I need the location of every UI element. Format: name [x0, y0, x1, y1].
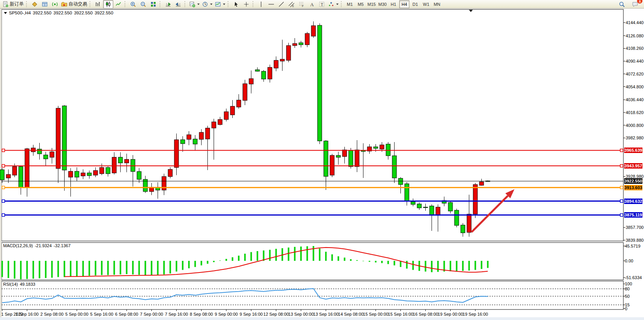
signal-icon: [52, 1, 58, 7]
shapes-button[interactable]: [327, 0, 340, 9]
chat-button[interactable]: 1: [630, 0, 640, 9]
cursor-icon: [233, 1, 239, 7]
indicator-icon: [189, 1, 195, 7]
main-plot-frame: [2, 9, 623, 241]
timeframe-m15-button[interactable]: M15: [367, 0, 377, 8]
rsi-plot-frame: [2, 281, 623, 309]
toolbar-separator: [341, 1, 343, 7]
time-axis-label: 6 Sep 08:00: [115, 312, 138, 316]
autoscroll-anchor-icon[interactable]: [469, 10, 473, 12]
indicators-button[interactable]: [188, 0, 201, 9]
time-axis-label: 5 Sep 16:00: [90, 312, 113, 316]
time-axis-label: 15 Sep 00:00: [363, 312, 388, 316]
time-axis-label: 13 Sep 16:00: [313, 312, 339, 316]
period-button[interactable]: [201, 0, 214, 9]
clock-icon: [202, 1, 208, 7]
chart-canvas[interactable]: [0, 0, 644, 320]
zoom-out-button[interactable]: [138, 0, 148, 9]
tile-windows-button[interactable]: [148, 0, 158, 9]
dropdown-caret-icon: [210, 4, 212, 5]
template-icon: [215, 1, 221, 7]
time-axis-label: 14 Sep 08:00: [338, 312, 363, 316]
text-button[interactable]: A: [307, 0, 317, 9]
zoom-in-button[interactable]: [128, 0, 138, 9]
timeframe-d1-button[interactable]: D1: [410, 0, 420, 8]
svg-text:E: E: [292, 5, 294, 7]
fibo-icon: F: [298, 1, 305, 7]
new-order-button-label: 新订单: [10, 1, 24, 7]
fibonacci-button[interactable]: F: [297, 0, 307, 9]
timeframe-mn-button[interactable]: MN: [432, 0, 442, 8]
line-chart-button[interactable]: [113, 0, 123, 9]
auto-scroll-button[interactable]: [163, 0, 173, 9]
macd-signal-value: -32.1367: [54, 243, 70, 248]
rsi-axis-label: 50: [625, 294, 630, 299]
crosshair-button[interactable]: [241, 0, 251, 9]
zoom-in-icon: [130, 1, 136, 7]
chartshift-icon: [175, 1, 181, 7]
rsi-name: RSI(14): [3, 282, 18, 287]
auto-trading-button[interactable]: 自动交易: [60, 0, 88, 9]
rsi-indicator-label: RSI(14) 49.1833: [3, 282, 35, 287]
time-axis-label: 5 Sep 00:00: [65, 312, 88, 316]
timeframe-m5-button[interactable]: M5: [356, 0, 366, 8]
rsi-axis-label: 0: [625, 306, 627, 311]
time-axis-label: 19 Sep 16:00: [463, 312, 488, 316]
rsi-axis-label: 80: [625, 287, 630, 291]
price-tick-label: 4000.800: [626, 123, 644, 128]
textA-icon: A: [309, 1, 315, 7]
timeframe-h4-button[interactable]: H4: [399, 0, 409, 8]
time-axis-label: 13 Sep 00:00: [288, 312, 314, 316]
channel-button[interactable]: E: [286, 0, 297, 9]
quote-open: 3922.550: [33, 11, 51, 15]
toolbar-separator: [253, 1, 254, 7]
price-tick-label: 4126.080: [626, 33, 644, 38]
price-tick-label: 3982.980: [626, 135, 644, 140]
shapes-icon: [328, 1, 334, 7]
time-axis-label: 8 Sep 08:00: [190, 312, 213, 316]
toolbar-separator: [26, 1, 28, 7]
channel-icon: E: [288, 1, 295, 7]
timeframe-h1-button[interactable]: H1: [388, 0, 398, 8]
window-left-edge: [0, 9, 2, 320]
label-button[interactable]: T: [317, 0, 327, 9]
data-window-button[interactable]: [40, 0, 50, 9]
price-line-badge: 3913.603: [624, 185, 642, 190]
template-button[interactable]: [214, 0, 226, 9]
hline-icon: [268, 1, 274, 7]
timeframe-m30-button[interactable]: M30: [377, 0, 388, 8]
price-tick-label: 3839.880: [626, 238, 644, 243]
trendline-button[interactable]: [276, 0, 286, 9]
svg-text:A: A: [310, 2, 314, 7]
notification-badge: 1: [637, 0, 642, 4]
new-order-button[interactable]: 新订单: [1, 0, 25, 9]
hline-button[interactable]: [266, 0, 276, 9]
macd-axis-label: 0.00: [625, 258, 633, 263]
timeframe-w1-button[interactable]: W1: [421, 0, 431, 8]
rsi-value: 49.1833: [20, 282, 35, 287]
crosshair-icon: [243, 1, 249, 7]
price-tick-label: 4108.260: [626, 46, 644, 51]
candlestick-chart-button[interactable]: [103, 0, 113, 9]
macd-axis-label: 45.5719: [625, 244, 640, 248]
bars-icon: [95, 1, 101, 7]
bar-chart-button[interactable]: [93, 0, 103, 9]
quote-high: 3922.550: [53, 11, 72, 15]
svg-text:F: F: [302, 5, 304, 7]
vline-button[interactable]: [256, 0, 266, 9]
signals-button[interactable]: [50, 0, 60, 9]
textT-icon: T: [319, 1, 325, 7]
price-line-badge: 3894.632: [624, 199, 642, 204]
time-axis-label: 7 Sep 16:00: [165, 312, 188, 316]
market-watch-button[interactable]: [30, 0, 40, 9]
price-tick-label: 4144.440: [626, 20, 644, 25]
chart-shift-button[interactable]: [173, 0, 183, 9]
search-button[interactable]: [617, 0, 627, 9]
price-tick-label: 4072.620: [626, 72, 644, 76]
toolbar-separator: [89, 1, 91, 7]
symbol-dropdown-icon[interactable]: [4, 12, 7, 14]
timeframe-m1-button[interactable]: M1: [345, 0, 355, 8]
price-line-badge: 3875.119: [624, 212, 642, 218]
price-tick-label: 4090.440: [626, 59, 644, 63]
cursor-button[interactable]: [231, 0, 241, 9]
